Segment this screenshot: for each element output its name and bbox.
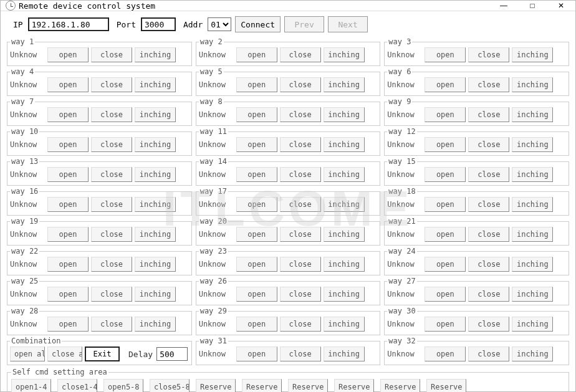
connect-button[interactable]: Connect bbox=[235, 16, 281, 32]
way-5-close-button[interactable]: close bbox=[280, 77, 321, 92]
way-24-inching-button[interactable]: inching bbox=[512, 257, 553, 272]
addr-select[interactable]: 01 bbox=[208, 17, 231, 31]
way-23-close-button[interactable]: close bbox=[280, 257, 321, 272]
way-9-close-button[interactable]: close bbox=[468, 107, 509, 122]
way-10-open-button[interactable]: open bbox=[47, 137, 89, 152]
way-8-open-button[interactable]: open bbox=[236, 107, 277, 122]
way-10-close-button[interactable]: close bbox=[91, 137, 132, 152]
way-7-close-button[interactable]: close bbox=[91, 107, 132, 122]
way-18-close-button[interactable]: close bbox=[468, 197, 509, 212]
way-7-open-button[interactable]: open bbox=[47, 107, 89, 122]
delay-input[interactable] bbox=[156, 347, 188, 361]
way-30-close-button[interactable]: close bbox=[468, 317, 509, 332]
way-13-close-button[interactable]: close bbox=[91, 167, 132, 182]
way-16-close-button[interactable]: close bbox=[91, 197, 132, 212]
way-15-open-button[interactable]: open bbox=[425, 167, 466, 182]
self-cmd-button-8[interactable]: Reserve bbox=[334, 379, 374, 392]
way-19-close-button[interactable]: close bbox=[91, 227, 132, 242]
way-30-open-button[interactable]: open bbox=[425, 317, 466, 332]
way-17-inching-button[interactable]: inching bbox=[324, 197, 365, 212]
way-1-inching-button[interactable]: inching bbox=[135, 47, 176, 62]
way-20-inching-button[interactable]: inching bbox=[324, 227, 365, 242]
way-4-inching-button[interactable]: inching bbox=[135, 77, 176, 92]
way-20-close-button[interactable]: close bbox=[280, 227, 321, 242]
self-cmd-button-1[interactable]: open1-4 bbox=[11, 379, 51, 392]
way-26-inching-button[interactable]: inching bbox=[324, 287, 365, 302]
maximize-button[interactable]: □ bbox=[518, 1, 547, 11]
way-5-open-button[interactable]: open bbox=[236, 77, 277, 92]
way-5-inching-button[interactable]: inching bbox=[324, 77, 365, 92]
way-16-open-button[interactable]: open bbox=[47, 197, 89, 212]
way-9-inching-button[interactable]: inching bbox=[512, 107, 553, 122]
way-11-close-button[interactable]: close bbox=[280, 137, 321, 152]
way-21-inching-button[interactable]: inching bbox=[512, 227, 553, 242]
way-22-inching-button[interactable]: inching bbox=[135, 257, 176, 272]
way-29-inching-button[interactable]: inching bbox=[324, 317, 365, 332]
way-12-close-button[interactable]: close bbox=[468, 137, 509, 152]
way-2-inching-button[interactable]: inching bbox=[324, 47, 365, 62]
way-27-open-button[interactable]: open bbox=[425, 287, 466, 302]
way-8-close-button[interactable]: close bbox=[280, 107, 321, 122]
way-25-open-button[interactable]: open bbox=[47, 287, 89, 302]
way-23-open-button[interactable]: open bbox=[236, 257, 277, 272]
way-22-open-button[interactable]: open bbox=[47, 257, 89, 272]
open-all-button[interactable]: open all bbox=[10, 347, 45, 361]
way-32-inching-button[interactable]: inching bbox=[512, 347, 553, 361]
self-cmd-button-10[interactable]: Reserve bbox=[426, 379, 466, 392]
way-7-inching-button[interactable]: inching bbox=[135, 107, 176, 122]
way-32-open-button[interactable]: open bbox=[425, 347, 466, 361]
way-6-close-button[interactable]: close bbox=[468, 77, 509, 92]
way-25-close-button[interactable]: close bbox=[91, 287, 132, 302]
way-21-close-button[interactable]: close bbox=[468, 227, 509, 242]
minimize-button[interactable]: — bbox=[489, 1, 518, 11]
way-19-open-button[interactable]: open bbox=[47, 227, 89, 242]
self-cmd-button-2[interactable]: close1-4 bbox=[57, 379, 97, 392]
way-19-inching-button[interactable]: inching bbox=[135, 227, 176, 242]
way-13-inching-button[interactable]: inching bbox=[135, 167, 176, 182]
port-input[interactable] bbox=[141, 17, 176, 31]
self-cmd-button-4[interactable]: close5-8 bbox=[150, 379, 190, 392]
way-4-close-button[interactable]: close bbox=[91, 77, 132, 92]
way-3-inching-button[interactable]: inching bbox=[512, 47, 553, 62]
way-28-close-button[interactable]: close bbox=[91, 317, 132, 332]
way-8-inching-button[interactable]: inching bbox=[324, 107, 365, 122]
way-10-inching-button[interactable]: inching bbox=[135, 137, 176, 152]
way-14-open-button[interactable]: open bbox=[236, 167, 277, 182]
way-27-close-button[interactable]: close bbox=[468, 287, 509, 302]
way-20-open-button[interactable]: open bbox=[236, 227, 277, 242]
way-29-close-button[interactable]: close bbox=[280, 317, 321, 332]
way-21-open-button[interactable]: open bbox=[425, 227, 466, 242]
way-17-open-button[interactable]: open bbox=[236, 197, 277, 212]
way-32-close-button[interactable]: close bbox=[468, 347, 509, 361]
way-1-open-button[interactable]: open bbox=[47, 47, 89, 62]
exit-button[interactable]: Exit bbox=[85, 347, 120, 361]
way-24-close-button[interactable]: close bbox=[468, 257, 509, 272]
way-2-close-button[interactable]: close bbox=[280, 47, 321, 62]
way-31-open-button[interactable]: open bbox=[236, 347, 277, 361]
ip-input[interactable] bbox=[28, 17, 109, 31]
way-28-inching-button[interactable]: inching bbox=[135, 317, 176, 332]
way-14-close-button[interactable]: close bbox=[280, 167, 321, 182]
way-11-open-button[interactable]: open bbox=[236, 137, 277, 152]
way-29-open-button[interactable]: open bbox=[236, 317, 277, 332]
way-18-inching-button[interactable]: inching bbox=[512, 197, 553, 212]
way-23-inching-button[interactable]: inching bbox=[324, 257, 365, 272]
way-16-inching-button[interactable]: inching bbox=[135, 197, 176, 212]
way-31-close-button[interactable]: close bbox=[280, 347, 321, 361]
way-18-open-button[interactable]: open bbox=[425, 197, 466, 212]
next-button[interactable]: Next bbox=[328, 16, 368, 32]
way-15-inching-button[interactable]: inching bbox=[512, 167, 553, 182]
way-17-close-button[interactable]: close bbox=[280, 197, 321, 212]
self-cmd-button-9[interactable]: Reserve bbox=[380, 379, 420, 392]
way-1-close-button[interactable]: close bbox=[91, 47, 132, 62]
way-25-inching-button[interactable]: inching bbox=[135, 287, 176, 302]
close-button[interactable]: ✕ bbox=[547, 1, 575, 11]
self-cmd-button-6[interactable]: Reserve bbox=[242, 379, 282, 392]
way-15-close-button[interactable]: close bbox=[468, 167, 509, 182]
way-24-open-button[interactable]: open bbox=[425, 257, 466, 272]
way-2-open-button[interactable]: open bbox=[236, 47, 277, 62]
way-30-inching-button[interactable]: inching bbox=[512, 317, 553, 332]
way-3-open-button[interactable]: open bbox=[425, 47, 466, 62]
way-14-inching-button[interactable]: inching bbox=[324, 167, 365, 182]
self-cmd-button-3[interactable]: open5-8 bbox=[103, 379, 143, 392]
